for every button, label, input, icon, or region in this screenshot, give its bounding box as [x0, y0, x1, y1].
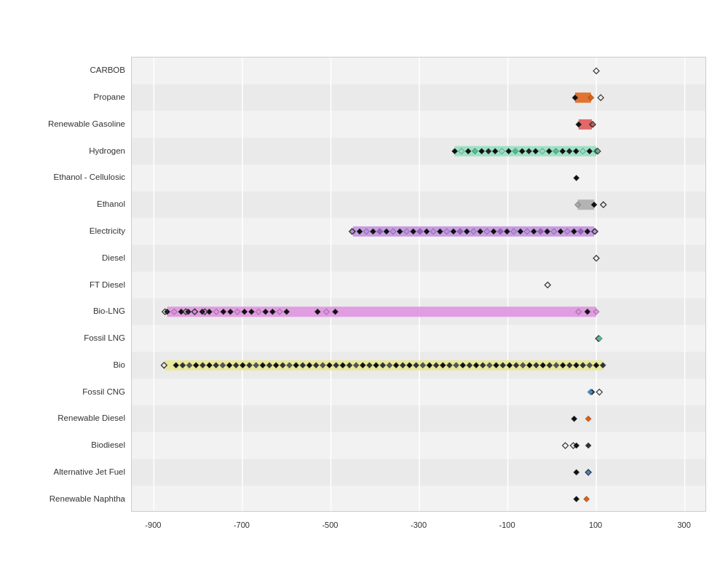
svg-rect-3 — [132, 138, 705, 165]
svg-rect-4 — [132, 165, 705, 191]
y-label-bio-lng: Bio-LNG — [93, 306, 125, 315]
y-label-fossil-lng: Fossil LNG — [84, 333, 125, 342]
svg-rect-12 — [132, 379, 705, 405]
y-label-bio: Bio — [113, 360, 125, 369]
y-axis-labels: CARBOBPropaneRenewable GasolineHydrogenE… — [20, 57, 128, 512]
y-label-renewable-naphtha: Renewable Naphtha — [50, 494, 125, 503]
y-label-ethanol: Ethanol — [97, 199, 125, 208]
y-label-ethanol---cellulosic: Ethanol - Cellulosic — [54, 173, 125, 181]
svg-rect-2 — [132, 111, 705, 138]
svg-rect-14 — [132, 432, 705, 459]
y-label-alternative-jet-fuel: Alternative Jet Fuel — [54, 467, 125, 476]
y-label-renewable-gasoline: Renewable Gasoline — [48, 119, 125, 128]
x-axis: -900-700-500-300-100100300 — [131, 518, 706, 532]
y-label-fossil-cng: Fossil CNG — [82, 387, 125, 396]
chart-container: CARBOBPropaneRenewable GasolineHydrogenE… — [0, 0, 728, 570]
svg-rect-15 — [132, 459, 705, 486]
svg-rect-0 — [132, 58, 705, 84]
x-tick-300: 300 — [677, 520, 690, 529]
x-tick-100: 100 — [589, 520, 602, 529]
x-tick--700: -700 — [234, 520, 250, 529]
svg-rect-10 — [132, 325, 705, 352]
y-label-electricity: Electricity — [90, 226, 125, 235]
plot-area — [131, 57, 706, 512]
x-tick--500: -500 — [322, 520, 338, 529]
svg-rect-1 — [132, 84, 705, 111]
y-label-renewable-diesel: Renewable Diesel — [58, 413, 125, 422]
svg-rect-8 — [132, 272, 705, 298]
y-label-hydrogen: Hydrogen — [89, 146, 125, 155]
svg-rect-13 — [132, 405, 705, 432]
x-tick--100: -100 — [499, 520, 515, 529]
y-label-biodiesel: Biodiesel — [91, 440, 125, 449]
x-tick--300: -300 — [411, 520, 427, 529]
svg-rect-16 — [132, 486, 705, 511]
svg-rect-5 — [132, 191, 705, 218]
y-label-diesel: Diesel — [102, 253, 125, 262]
y-label-carbob: CARBOB — [90, 66, 125, 74]
y-label-ft-diesel: FT Diesel — [90, 280, 125, 289]
y-label-propane: Propane — [94, 92, 125, 101]
x-tick--900: -900 — [145, 520, 161, 529]
svg-rect-7 — [132, 245, 705, 272]
